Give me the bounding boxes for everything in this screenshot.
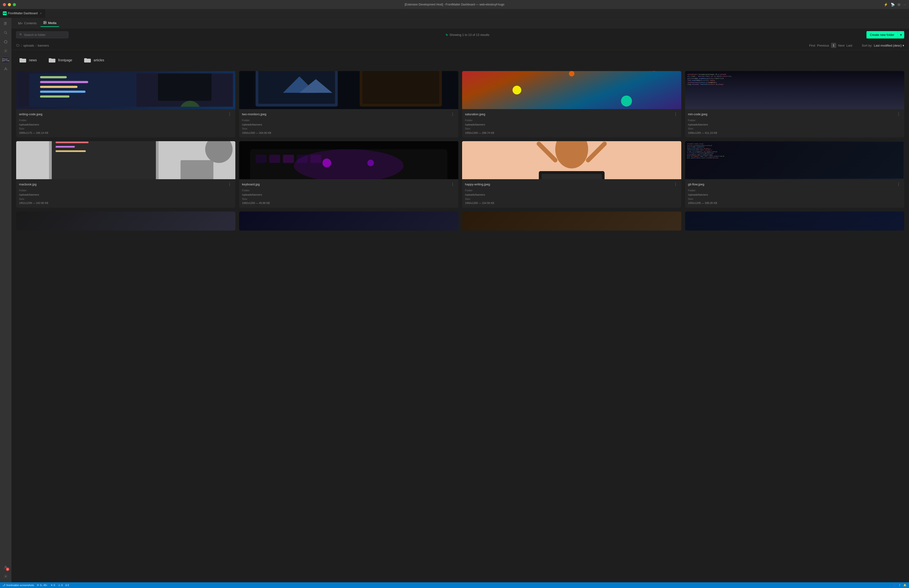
sort-bar: Sort by: Last modified (desc) ▾	[862, 44, 904, 47]
sync-item[interactable]: ⟳ 0↓ 45↑	[37, 584, 48, 587]
breadcrumb-uploads[interactable]: uploads	[23, 44, 34, 47]
search-box[interactable]	[16, 31, 68, 38]
image-name-writing-code: writing-code.jpeg	[19, 112, 42, 116]
activity-bar: FRONTMATTER 1	[0, 18, 11, 582]
font-icon[interactable]	[2, 65, 10, 73]
image-info-git-flow: git-flow.jpeg ⋮ Folder: /uploads/banners…	[685, 179, 904, 207]
nav-item-contents[interactable]: M+ Contents	[15, 20, 39, 27]
image-folder-two-monitors: /uploads/banners	[242, 123, 455, 127]
image-meta-two-monitors: Folder: /uploads/banners Size: 1950x1300…	[242, 118, 455, 135]
remote-status[interactable]: 👤	[893, 584, 896, 587]
search-input[interactable]	[24, 33, 65, 37]
image-header-6: keyboard.jpg ⋮	[242, 182, 455, 187]
git-branch-item[interactable]: ⎇ frontmatter-screenshots	[2, 584, 34, 587]
feedback-status[interactable]: 🔔	[903, 584, 907, 587]
frontmatter-tab[interactable]: FM FrontMatter Dashboard ×	[0, 9, 46, 18]
frontmatter-box: FRONTMATTER	[3, 57, 9, 63]
image-card-min-code[interactable]: attachEvent('onreadystatechange',M),e.at…	[685, 71, 904, 137]
image-folder-happy-writing: /uploads/banners	[465, 193, 678, 197]
pagination-current: 1	[831, 43, 836, 48]
settings-icon[interactable]	[2, 572, 10, 580]
breadcrumb-banners[interactable]: banners	[38, 44, 49, 47]
image-size-git-flow: 1955x1295 — 585.05 KB	[688, 201, 901, 205]
svg-rect-9	[29, 73, 136, 107]
main-layout: FRONTMATTER 1	[0, 18, 909, 582]
svg-rect-37	[56, 142, 89, 143]
image-card-macbook[interactable]: macbook.jpg ⋮ Folder: /uploads/banners S…	[16, 141, 235, 207]
image-info-saturation: saturation.jpeg ⋮ Folder: /uploads/banne…	[462, 109, 681, 137]
remote-icon[interactable]: ⚡	[884, 3, 888, 6]
image-size-min-code: 1966x1283 — 611.23 KB	[688, 131, 901, 135]
create-folder-dropdown-arrow[interactable]: ▾	[898, 31, 904, 39]
layout-icon[interactable]: ⊞	[898, 3, 901, 6]
folder-name-articles: articles	[94, 58, 104, 62]
folder-name-frontpage: frontpage	[58, 58, 72, 62]
image-card-partial3[interactable]	[462, 212, 681, 231]
search-icon[interactable]	[2, 29, 10, 37]
image-card-two-monitors[interactable]: two-monitors.jpeg ⋮ Folder: /uploads/ban…	[239, 71, 458, 137]
extensions-icon[interactable]	[2, 38, 10, 46]
sort-dropdown[interactable]: Last modified (desc) ▾	[874, 44, 904, 47]
pagination-next[interactable]: Next	[838, 44, 844, 47]
image-size-writing-code: 2089x1175 — 266.14 KB	[19, 131, 232, 135]
image-card-happy-writing[interactable]: happy-writing.jpeg ⋮ Folder: /uploads/ba…	[462, 141, 681, 207]
image-card-writing-code[interactable]: writing-code.jpeg ⋮ Folder: /uploads/ban…	[16, 71, 235, 137]
image-card-partial2[interactable]	[239, 212, 458, 231]
image-menu-macbook[interactable]: ⋮	[227, 182, 232, 187]
pagination-last[interactable]: Last	[846, 44, 852, 47]
share-status[interactable]: ⤴	[899, 584, 901, 586]
folder-item-frontpage[interactable]: frontpage	[45, 55, 75, 65]
pagination-first[interactable]: First	[809, 44, 815, 47]
image-header-4: min-code.jpeg ⋮	[688, 111, 901, 117]
pages-icon[interactable]	[2, 20, 10, 28]
account-icon[interactable]: 1	[2, 563, 10, 571]
image-size-happy-writing: 1950x1300 — 154.56 KB	[465, 201, 678, 205]
window-controls	[3, 3, 16, 6]
git-branch-name: frontmatter-screenshots	[6, 584, 34, 586]
image-thumb-happy-writing	[462, 141, 681, 179]
image-thumb-partial2	[239, 212, 458, 231]
svg-rect-16	[40, 95, 69, 98]
window-title: [Extension Development Host] - FrontMatt…	[405, 3, 504, 6]
image-card-partial1[interactable]	[16, 212, 235, 231]
info-item[interactable]: ℹ 0	[66, 584, 69, 587]
errors-item[interactable]: ✕ 0	[51, 584, 55, 587]
nav-item-media[interactable]: Media	[40, 19, 59, 27]
maximize-button[interactable]	[13, 3, 16, 6]
breadcrumb-root-icon[interactable]	[16, 44, 19, 47]
image-menu-writing-code[interactable]: ⋮	[227, 111, 232, 117]
svg-point-29	[569, 71, 574, 76]
tab-close-button[interactable]: ×	[39, 11, 43, 15]
sort-dropdown-arrow: ▾	[903, 44, 904, 47]
svg-rect-38	[56, 146, 75, 148]
image-card-keyboard[interactable]: keyboard.jpg ⋮ Folder: /uploads/banners …	[239, 141, 458, 207]
image-card-git-flow[interactable]: file=null,t=null,inl=[] function attachE…	[685, 141, 904, 207]
image-name-saturation: saturation.jpeg	[465, 112, 485, 116]
folder-item-articles[interactable]: articles	[81, 55, 107, 65]
broadcast-icon[interactable]: 📡	[891, 3, 895, 6]
minimize-button[interactable]	[8, 3, 11, 6]
warnings-item[interactable]: ⚠ 0	[58, 584, 63, 587]
nav-media-label: Media	[48, 21, 57, 25]
image-menu-git-flow[interactable]: ⋮	[896, 182, 901, 187]
pagination-previous[interactable]: Previous	[817, 44, 829, 47]
gear-icon[interactable]	[2, 47, 10, 55]
image-menu-keyboard[interactable]: ⋮	[450, 182, 455, 187]
info-icon: ℹ	[66, 584, 66, 587]
folder-item-news[interactable]: news	[16, 55, 40, 65]
image-thumb-writing-code	[16, 71, 235, 109]
svg-rect-39	[56, 150, 86, 152]
image-menu-min-code[interactable]: ⋮	[896, 111, 901, 117]
close-button[interactable]	[3, 3, 6, 6]
more-actions-icon[interactable]: ···	[903, 3, 906, 6]
image-menu-two-monitors[interactable]: ⋮	[450, 111, 455, 117]
svg-point-30	[621, 95, 632, 107]
create-folder-button[interactable]: Create new folder ▾	[867, 31, 904, 39]
content-area: M+ Contents Media	[11, 18, 909, 582]
image-card-partial4[interactable]	[685, 212, 904, 231]
create-folder-label: Create new folder	[867, 31, 898, 39]
image-menu-saturation[interactable]: ⋮	[673, 111, 678, 117]
frontmatter-activity-icon[interactable]: FRONTMATTER	[2, 56, 10, 64]
image-card-saturation[interactable]: saturation.jpeg ⋮ Folder: /uploads/banne…	[462, 71, 681, 137]
image-menu-happy-writing[interactable]: ⋮	[673, 182, 678, 187]
